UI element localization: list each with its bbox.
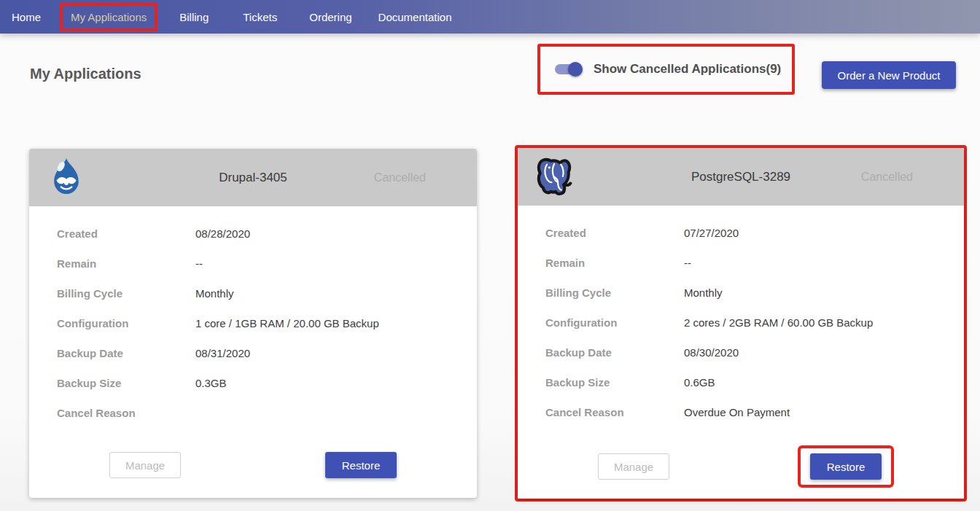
nav-item-documentation[interactable]: Documentation bbox=[378, 11, 452, 23]
field-row-configuration: Configuration 2 cores / 2GB RAM / 60.00 … bbox=[545, 314, 949, 332]
field-row-backup-size: Backup Size 0.3GB bbox=[57, 375, 462, 392]
field-label: Cancel Reason bbox=[57, 405, 195, 422]
field-label: Created bbox=[57, 225, 195, 243]
field-label: Billing Cycle bbox=[57, 285, 195, 303]
card-header: Drupal-3405 Cancelled bbox=[29, 149, 477, 206]
field-row-backup-date: Backup Date 08/31/2020 bbox=[57, 345, 462, 362]
field-value: -- bbox=[195, 255, 203, 273]
application-card-postgresql: PostgreSQL-3289 Cancelled Created 07/27/… bbox=[518, 148, 964, 499]
restore-button[interactable]: Restore bbox=[810, 453, 882, 480]
card-body: Created 08/28/2020 Remain -- Billing Cyc… bbox=[29, 206, 477, 434]
nav-item-home[interactable]: Home bbox=[12, 11, 41, 23]
field-label: Backup Date bbox=[545, 344, 684, 362]
show-cancelled-toggle[interactable] bbox=[555, 62, 583, 77]
toggle-thumb bbox=[568, 62, 583, 77]
field-row-created: Created 08/28/2020 bbox=[57, 225, 462, 243]
field-label: Backup Date bbox=[57, 345, 195, 362]
field-label: Backup Size bbox=[57, 375, 195, 392]
nav-item-tickets[interactable]: Tickets bbox=[243, 11, 277, 23]
field-value: 07/27/2020 bbox=[684, 225, 739, 242]
field-value: 1 core / 1GB RAM / 20.00 GB Backup bbox=[195, 315, 379, 332]
field-label: Cancel Reason bbox=[545, 404, 684, 421]
application-card-drupal: Drupal-3405 Cancelled Created 08/28/2020… bbox=[29, 149, 477, 498]
field-value: 08/31/2020 bbox=[195, 345, 250, 362]
field-row-created: Created 07/27/2020 bbox=[545, 225, 949, 242]
field-label: Configuration bbox=[57, 315, 195, 332]
show-cancelled-label: Show Cancelled Applications(9) bbox=[594, 62, 781, 77]
annotation-box-postgresql-card: PostgreSQL-3289 Cancelled Created 07/27/… bbox=[515, 145, 967, 502]
card-header: PostgreSQL-3289 Cancelled bbox=[518, 148, 964, 206]
field-row-billing-cycle: Billing Cycle Monthly bbox=[57, 285, 462, 303]
restore-button[interactable]: Restore bbox=[325, 452, 397, 478]
card-footer: Manage Restore bbox=[518, 445, 964, 499]
manage-button[interactable]: Manage bbox=[598, 453, 669, 480]
field-row-backup-size: Backup Size 0.6GB bbox=[545, 374, 949, 391]
annotation-box-restore-button: Restore bbox=[798, 445, 894, 488]
order-new-product-button[interactable]: Order a New Product bbox=[822, 61, 956, 89]
field-row-backup-date: Backup Date 08/30/2020 bbox=[545, 344, 949, 362]
page-title: My Applications bbox=[30, 66, 141, 82]
card-body: Created 07/27/2020 Remain -- Billing Cyc… bbox=[518, 206, 964, 434]
field-row-remain: Remain -- bbox=[545, 254, 949, 272]
status-badge: Cancelled bbox=[374, 149, 426, 206]
field-label: Billing Cycle bbox=[545, 284, 684, 302]
field-label: Backup Size bbox=[545, 374, 684, 391]
field-value: 0.6GB bbox=[684, 374, 715, 391]
top-navbar: Home My Applications Billing Tickets Ord… bbox=[0, 0, 980, 34]
field-label: Remain bbox=[57, 255, 195, 273]
field-label: Remain bbox=[545, 254, 684, 272]
field-label: Configuration bbox=[545, 314, 684, 332]
field-row-remain: Remain -- bbox=[57, 255, 462, 273]
field-value: Monthly bbox=[684, 284, 723, 302]
field-value: 2 cores / 2GB RAM / 60.00 GB Backup bbox=[684, 314, 873, 332]
field-row-billing-cycle: Billing Cycle Monthly bbox=[545, 284, 949, 302]
field-value: -- bbox=[684, 254, 691, 272]
field-value: 0.3GB bbox=[195, 375, 227, 392]
manage-button[interactable]: Manage bbox=[109, 452, 181, 478]
card-footer: Manage Restore bbox=[29, 452, 477, 498]
field-value: 08/28/2020 bbox=[195, 225, 250, 243]
field-value: Monthly bbox=[195, 285, 234, 303]
field-value: 08/30/2020 bbox=[684, 344, 739, 362]
nav-item-ordering[interactable]: Ordering bbox=[309, 11, 351, 23]
status-badge: Cancelled bbox=[861, 148, 913, 206]
nav-item-my-applications[interactable]: My Applications bbox=[71, 11, 147, 23]
field-row-cancel-reason: Cancel Reason bbox=[57, 405, 462, 422]
field-row-configuration: Configuration 1 core / 1GB RAM / 20.00 G… bbox=[57, 315, 462, 332]
annotation-box-my-applications: My Applications bbox=[60, 3, 158, 31]
field-label: Created bbox=[545, 225, 684, 242]
annotation-box-show-cancelled: Show Cancelled Applications(9) bbox=[537, 44, 795, 95]
field-value: Overdue On Payment bbox=[684, 404, 790, 421]
field-row-cancel-reason: Cancel Reason Overdue On Payment bbox=[545, 404, 949, 421]
nav-item-billing[interactable]: Billing bbox=[179, 11, 209, 23]
